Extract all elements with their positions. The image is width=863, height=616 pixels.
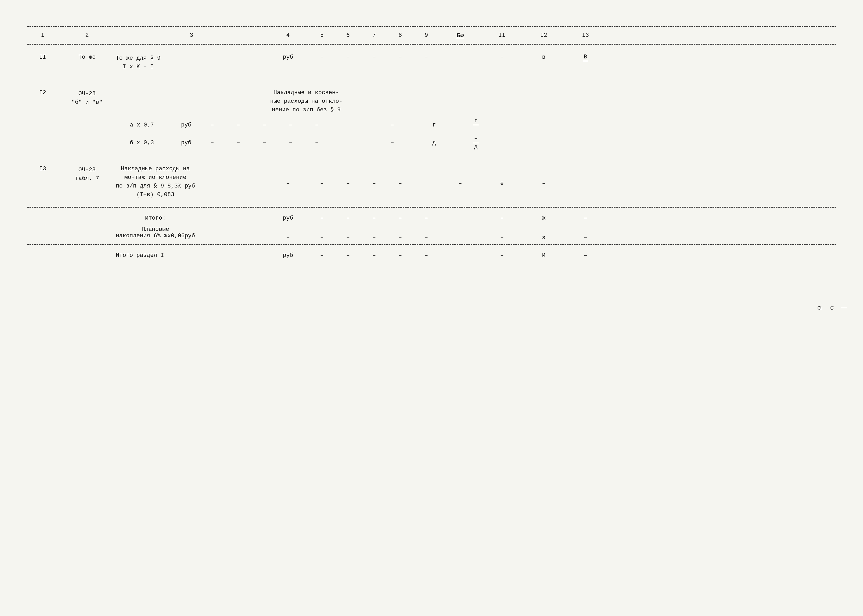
data-row-I3: I3 ОЧ-28 табл. 7 Накладные расходы на мо… — [27, 155, 836, 207]
row-II-fraction: В — [583, 54, 588, 68]
row-II-fraction-den — [583, 61, 588, 68]
header-label-12: I2 — [540, 32, 547, 39]
header-label-1: I — [41, 32, 44, 39]
row-itogo-col11: – – — [481, 215, 523, 241]
row-I3-col12: – — [523, 165, 565, 187]
row-ir-col5: – — [309, 252, 335, 259]
row-I3-col7: – — [361, 165, 387, 187]
row-ir-col13: – — [565, 252, 606, 259]
row-II-col8: – — [387, 54, 413, 61]
row-II-d8: – — [398, 54, 402, 61]
row-I2-sub-b: б х 0,3 руб – – – – – – д – д — [116, 136, 497, 150]
row-I2-sub-b-d13: – д — [455, 136, 497, 150]
row-II-d9: – — [425, 54, 428, 61]
row-II-col3: То же для § 9 I x K – I — [116, 54, 267, 71]
row-I2-sub-b-d6: – — [225, 138, 252, 147]
row-I2-sub-b-unit: руб — [173, 138, 199, 147]
row-I3-col5: – — [309, 165, 335, 187]
header-label-8: 8 — [398, 32, 402, 39]
right-margin-text: σ υ | — [813, 306, 850, 310]
row-I2-id: I2 — [39, 90, 46, 96]
row-II-col5: – — [309, 54, 335, 61]
row-ir-d8: – — [398, 252, 402, 259]
row-I3-d5: – — [320, 180, 324, 187]
row-I2-col2: ОЧ-28 "б" и "в" — [58, 88, 116, 107]
row-itogo-d9: – — [425, 215, 428, 222]
row-II-desc: То же для § 9 I x K – I — [116, 54, 161, 71]
row-I2-sub-a-d12: г — [413, 121, 455, 129]
row-itogo-d7-group: – – — [372, 215, 376, 241]
row-I3-col1: I3 — [27, 165, 58, 172]
row-II-d6: – — [346, 54, 350, 61]
row-I3-desc-line2: монтаж иотклонение — [116, 173, 195, 182]
row-II-col4: руб — [267, 54, 309, 61]
row-I2-sub-a-unit: руб — [173, 121, 199, 129]
header-label-10: Б∅ — [457, 31, 464, 39]
row-I3-d7: – — [372, 180, 376, 187]
row-I3-source-line2: табл. 7 — [75, 174, 99, 183]
row-I2-desc: Накладные и косвен- ные расходы на откло… — [116, 88, 497, 150]
row-I2-source: ОЧ-28 "б" и "в" — [71, 90, 102, 107]
row-I3-col11: е — [481, 165, 523, 187]
row-II-d5: – — [320, 54, 324, 61]
row-ir-d11: – — [500, 252, 504, 259]
row-I3-col2: ОЧ-28 табл. 7 — [58, 165, 116, 183]
row-ir-col11: – — [481, 252, 523, 259]
row-II-d7: – — [372, 54, 376, 61]
row-itogo-col8: – – — [387, 215, 413, 241]
row-I3-source-line1: ОЧ-28 — [75, 166, 99, 174]
row-itogo-label: Итого: Плановые накопления 6% жх0,06руб — [116, 215, 195, 239]
row-I2-sub-b-d12: д — [413, 138, 455, 147]
row-I2-col3: Накладные и косвен- ные расходы на откло… — [116, 88, 267, 150]
row-I3-id: I3 — [39, 166, 46, 172]
row-ir-col4: руб — [267, 252, 309, 259]
row-ir-label: Итого раздел I — [116, 252, 164, 259]
row-I3-col10: – — [439, 165, 481, 187]
row-ir-d9: – — [425, 252, 428, 259]
row-itogo-units: руб – — [283, 215, 293, 241]
row-itogo-d5-group: – – — [320, 215, 324, 241]
row-II-col12: в — [523, 54, 565, 61]
row-itogo-col9: – – — [413, 215, 439, 241]
right-margin-pipe: | — [838, 306, 850, 310]
row-itogo-col13: – – — [565, 215, 606, 241]
row-I3-d11: е — [500, 180, 504, 187]
header-label-6: 6 — [346, 32, 350, 39]
row-ir-unit: руб — [283, 252, 293, 259]
row-itogo-col10 — [439, 215, 481, 228]
header-col-12: I2 — [523, 32, 565, 39]
row-ir-col9: – — [413, 252, 439, 259]
row-ir-col12: И — [523, 252, 565, 259]
row-I2-desc-line1: Накладные и косвен- — [116, 88, 497, 97]
row-itogo-title: Итого: — [116, 215, 195, 222]
header-label-2: 2 — [85, 32, 89, 39]
row-plan-d7: – — [372, 234, 376, 241]
header-label-7: 7 — [372, 32, 376, 39]
row-plan-d6: – — [346, 234, 350, 241]
row-itogo-unit: руб — [283, 215, 293, 222]
spacer-1 — [27, 150, 836, 155]
row-I3-d4: – — [286, 180, 290, 187]
row-I3-col4: – — [267, 165, 309, 187]
row-ir-d13: – — [584, 252, 587, 259]
row-itogo-d12: ж — [542, 215, 545, 222]
row-I3-d8: – — [398, 180, 402, 187]
row-I2-sub-b-d11: – — [372, 138, 413, 147]
header-col-10: Б∅ — [439, 31, 481, 39]
row-I2-sub-a-d8: – — [278, 121, 304, 129]
row-II-col13: В — [565, 54, 606, 68]
row-II-d11: – — [500, 54, 504, 61]
row-I3-col3: Накладные расходы на монтаж иотклонение … — [116, 165, 267, 199]
row-itogo-col6: – – — [335, 215, 361, 241]
row-I2-sub-a-d11: – — [372, 121, 413, 129]
row-plan-subtitle: накопления 6% жх0,06руб — [116, 233, 195, 239]
data-row-I2: I2 ОЧ-28 "б" и "в" Накладные и косвен- н… — [27, 80, 836, 150]
row-ir-col8: – — [387, 252, 413, 259]
row-itogo-col12: ж з — [523, 215, 565, 241]
row-I2-sub-a-d13: г — [455, 118, 497, 132]
row-II-col2: То же — [58, 54, 116, 61]
row-I2-sub-a: а х 0,7 руб – – – – – – г г — [116, 118, 497, 132]
row-I3-source: ОЧ-28 табл. 7 — [75, 166, 99, 183]
header-label-13: I3 — [582, 32, 589, 39]
row-I3-d12: – — [542, 180, 545, 187]
